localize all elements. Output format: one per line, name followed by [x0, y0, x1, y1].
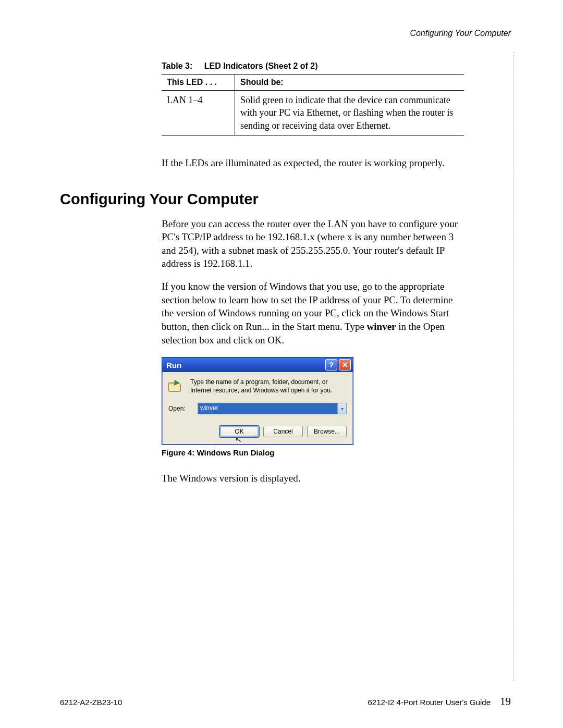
dialog-button-row: OK Cancel Browse... ↖: [168, 426, 347, 437]
margin-rule: [511, 52, 514, 681]
table-caption-text: LED Indicators (Sheet 2 of 2): [204, 61, 318, 70]
table-row: LAN 1–4 Solid green to indicate that the…: [162, 91, 464, 135]
body-column: Table 3: LED Indicators (Sheet 2 of 2) T…: [162, 61, 511, 170]
browse-button[interactable]: Browse...: [307, 426, 347, 437]
open-input-value[interactable]: winver: [198, 403, 337, 414]
cell-led-name: LAN 1–4: [162, 91, 235, 135]
open-label: Open:: [168, 405, 191, 412]
led-table: This LED . . . Should be: LAN 1–4 Solid …: [162, 74, 464, 135]
windows-run-dialog: Run ? ✕ Type the name of a program, fold…: [162, 357, 353, 445]
dialog-description: Type the name of a program, folder, docu…: [190, 378, 347, 394]
table-caption: Table 3: LED Indicators (Sheet 2 of 2): [162, 61, 511, 71]
body-column: Before you can access the router over th…: [162, 217, 511, 486]
dialog-title: Run: [166, 361, 181, 369]
col-header-led: This LED . . .: [162, 75, 235, 91]
paragraph: If you know the version of Windows that …: [162, 280, 464, 347]
paragraph: If the LEDs are illuminated as expected,…: [162, 156, 464, 170]
run-icon: [168, 378, 185, 393]
figure-caption: Figure 4: Windows Run Dialog: [162, 448, 511, 457]
open-combobox[interactable]: winver ▾: [198, 403, 347, 414]
footer-left: 6212-A2-ZB23-10: [60, 698, 122, 707]
paragraph: Before you can access the router over th…: [162, 217, 464, 271]
dialog-titlebar: Run ? ✕: [162, 357, 353, 372]
chevron-down-icon[interactable]: ▾: [337, 403, 346, 414]
page-footer: 6212-A2-ZB23-10 6212-I2 4-Port Router Us…: [60, 695, 511, 708]
footer-right: 6212-I2 4-Port Router User's Guide 19: [368, 695, 511, 708]
col-header-shouldbe: Should be:: [235, 75, 464, 91]
table-caption-label: Table 3:: [162, 61, 192, 70]
dialog-body: Type the name of a program, folder, docu…: [162, 372, 353, 445]
help-button[interactable]: ?: [325, 359, 337, 371]
titlebar-buttons: ? ✕: [325, 359, 351, 371]
running-header: Configuring Your Computer: [60, 29, 511, 38]
open-row: Open: winver ▾: [168, 403, 347, 414]
bold-winver: winver: [367, 321, 396, 332]
page: Configuring Your Computer Table 3: LED I…: [0, 0, 563, 728]
section-heading: Configuring Your Computer: [60, 191, 511, 208]
table-header-row: This LED . . . Should be:: [162, 75, 464, 91]
footer-guide-title: 6212-I2 4-Port Router User's Guide: [368, 698, 491, 707]
page-number: 19: [500, 695, 511, 708]
close-button[interactable]: ✕: [339, 359, 351, 371]
dialog-description-row: Type the name of a program, folder, docu…: [168, 378, 347, 394]
paragraph: The Windows version is displayed.: [162, 472, 464, 485]
ok-button[interactable]: OK: [219, 426, 259, 437]
cancel-button[interactable]: Cancel: [263, 426, 303, 437]
cell-led-desc: Solid green to indicate that the device …: [235, 91, 464, 135]
